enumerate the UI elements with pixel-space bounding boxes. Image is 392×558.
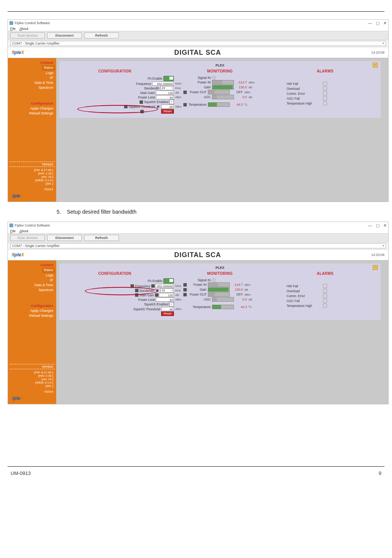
alarm-led xyxy=(323,82,327,86)
sidebar-content[interactable]: Content xyxy=(9,263,55,268)
squelch-threshold-unit: dBm xyxy=(175,307,183,311)
menu-about[interactable]: About xyxy=(20,229,29,233)
alarm-temp-label: Temperature High xyxy=(287,102,321,105)
client-area: Content Status Logs IP Date & Time Spect… xyxy=(8,58,388,202)
marker-icon xyxy=(155,293,158,297)
device-select[interactable]: COM7 - Single Carrier Amplifier ▾ xyxy=(10,41,386,46)
bandwidth-select[interactable]: 45▾ xyxy=(160,288,174,293)
scan-devices-button[interactable]: Scan devices xyxy=(10,235,45,241)
sidebar-configuration[interactable]: Configuration xyxy=(9,304,55,308)
collapse-icon[interactable]: ▭ xyxy=(373,265,378,270)
disconnect-button[interactable]: Disconnect xyxy=(47,32,82,39)
power-limit-label: Power Limit xyxy=(138,96,155,99)
bandwidth-select[interactable]: 45▾ xyxy=(160,86,174,90)
device-select[interactable]: COM7 - Single Carrier Amplifier ▾ xyxy=(10,243,386,248)
power-in-value: -114.7 xyxy=(231,283,243,287)
sidebar-logo: fipleX xyxy=(9,193,55,199)
squelch-threshold-label: Squelch Threshold xyxy=(129,105,155,109)
power-limit-input[interactable]: 40 xyxy=(156,95,174,99)
temperature-bar xyxy=(212,305,234,309)
brand-bar: fipleX DIGITAL SCA 14:23:09 xyxy=(8,250,388,261)
sidebar-content[interactable]: Content xyxy=(9,60,55,65)
reset-button[interactable]: Reset xyxy=(161,109,174,114)
column-headers: CONFIGURATION MONITORING ALARMS xyxy=(62,271,378,276)
frequency-input[interactable]: 852.000000 xyxy=(152,82,174,86)
sidebar-status[interactable]: Status xyxy=(42,268,55,273)
marker-icon xyxy=(124,105,128,108)
sidebar-spectrum[interactable]: Spectrum xyxy=(9,85,55,90)
pa-enable-toggle[interactable] xyxy=(163,278,174,284)
sidebar-logs[interactable]: Logs xyxy=(9,71,55,76)
temperature-unit: ºC xyxy=(248,305,257,309)
mon-header: MONITORING xyxy=(168,69,273,73)
sidebar-spectrum[interactable]: Spectrum xyxy=(9,288,55,293)
squelch-enabled-label: Squelch Enabled xyxy=(144,302,168,306)
marker-icon xyxy=(183,283,187,287)
column-headers: CONFIGURATION MONITORING ALARMS xyxy=(62,69,378,73)
sidebar-version-title: Version xyxy=(9,162,55,167)
main-gain-input[interactable]: 130 xyxy=(159,293,174,297)
sidebar-configuration[interactable]: Configuration xyxy=(9,101,55,106)
close-button[interactable]: ✕ xyxy=(383,223,387,228)
squelch-enabled-checkbox[interactable]: ✓ xyxy=(169,302,174,307)
alm-header: ALARMS xyxy=(272,271,378,276)
close-button[interactable]: ✕ xyxy=(383,21,387,26)
main-content: PLEX ▭ CONFIGURATION MONITORING ALARMS P… xyxy=(56,261,388,404)
main-content: PLEX ▭ CONFIGURATION MONITORING ALARMS P… xyxy=(56,58,388,202)
power-limit-label: Power Limit xyxy=(138,298,155,302)
scan-devices-button[interactable]: Scan devices xyxy=(10,32,45,39)
reset-button[interactable]: Reset xyxy=(161,311,174,316)
gain-unit: dB xyxy=(248,86,257,89)
maximize-button[interactable]: ▢ xyxy=(376,223,380,228)
frequency-input[interactable]: 852.000000 xyxy=(155,284,174,288)
agc-bar xyxy=(212,95,234,99)
collapse-icon[interactable]: ▭ xyxy=(373,63,378,68)
sidebar-datetime[interactable]: Date & Time xyxy=(9,283,55,288)
menu-about[interactable]: About xyxy=(20,27,29,31)
refresh-button[interactable]: Refresh xyxy=(84,32,119,39)
gain-label: Gain xyxy=(188,288,206,291)
sidebar-logs[interactable]: Logs xyxy=(9,273,55,278)
sidebar-datetime[interactable]: Date & Time xyxy=(9,80,55,85)
bandwidth-unit: KHz xyxy=(175,86,183,90)
clock: 14:23:09 xyxy=(371,253,384,257)
sidebar-ip[interactable]: IP xyxy=(9,278,55,283)
titlebar: Fiplex Control Software — ▢ ✕ xyxy=(8,20,388,26)
toolbar: Scan devices Disconnect Refresh xyxy=(8,233,388,242)
squelch-threshold-input[interactable]: -90 xyxy=(161,105,174,109)
frequency-label: Frequency xyxy=(136,82,151,86)
device-select-value: COM7 - Single Carrier Amplifier xyxy=(12,244,60,248)
sidebar-apply[interactable]: Apply Changes xyxy=(9,106,55,111)
device-combo-row: COM7 - Single Carrier Amplifier ▾ xyxy=(8,40,388,47)
squelch-enabled-checkbox[interactable]: ✓ xyxy=(169,100,174,104)
menu-file[interactable]: File xyxy=(10,229,16,233)
minimize-button[interactable]: — xyxy=(368,21,372,26)
sidebar-status[interactable]: Status xyxy=(42,65,55,70)
power-out-unit: dBm xyxy=(244,91,252,94)
maximize-button[interactable]: ▢ xyxy=(376,21,380,26)
sidebar-v5: [SN: ] xyxy=(9,384,55,388)
sidebar-reload[interactable]: Reload Settings xyxy=(9,111,55,116)
plex-panel: PLEX ▭ CONFIGURATION MONITORING ALARMS P… xyxy=(59,264,381,320)
gain-label: Gain xyxy=(189,85,211,89)
menu-file[interactable]: File xyxy=(10,27,16,31)
refresh-button[interactable]: Refresh xyxy=(84,235,119,241)
agc-unit: dB xyxy=(248,298,257,301)
minimize-button[interactable]: — xyxy=(368,223,372,228)
sidebar-apply[interactable]: Apply Changes xyxy=(9,308,55,313)
logo: fipleX xyxy=(12,252,24,257)
sidebar-ip[interactable]: IP xyxy=(9,76,55,80)
marker-icon xyxy=(151,284,155,288)
sidebar-version-title: Version xyxy=(9,364,55,369)
main-gain-input[interactable]: 130 xyxy=(156,91,174,95)
squelch-threshold-input[interactable]: -90 xyxy=(161,307,174,311)
sidebar-reload[interactable]: Reload Settings xyxy=(9,313,55,318)
menubar: File About xyxy=(8,26,388,31)
x-annotation-icon: ✕ xyxy=(155,289,159,293)
configuration-column: PA Enable Frequency852.000000MHz Bandwid… xyxy=(62,278,183,316)
power-limit-input[interactable]: 40 xyxy=(156,297,174,302)
disconnect-button[interactable]: Disconnect xyxy=(47,235,82,241)
pa-enable-toggle[interactable] xyxy=(163,76,174,81)
power-in-unit: dBm xyxy=(248,81,257,84)
main-gain-unit: dB xyxy=(175,91,183,94)
